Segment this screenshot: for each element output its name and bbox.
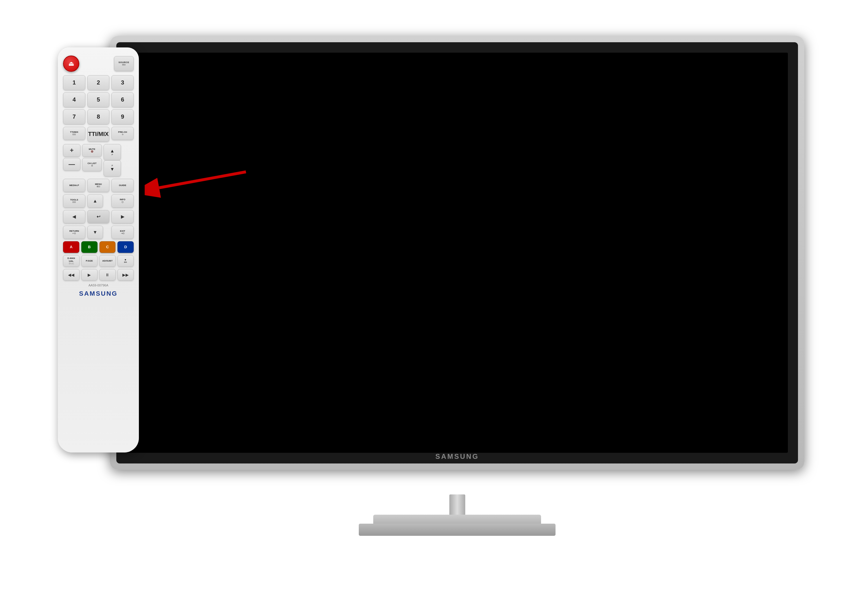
- pre-ch-button[interactable]: PRE-CH ⊙: [111, 127, 134, 140]
- pause-icon: ⏸: [105, 272, 109, 277]
- adsubt-button[interactable]: AD/SUBT: [99, 255, 116, 267]
- left-arrow-icon: [72, 214, 76, 220]
- nav-enter-button[interactable]: ↩: [87, 210, 110, 223]
- tti-mix-button[interactable]: TTI/MIX ⊡⊡: [63, 127, 85, 140]
- nav-down-button[interactable]: [87, 226, 103, 239]
- stand-pole: [449, 495, 465, 515]
- source-label: SOURCE: [118, 61, 129, 64]
- prech-label: PRE-CH: [118, 131, 127, 134]
- adsubt-label: AD/SUBT: [102, 260, 112, 262]
- ch-down-button[interactable]: P: [103, 160, 121, 176]
- guide-label: GUIDE: [119, 184, 126, 187]
- volume-column: + —: [63, 144, 81, 171]
- return-icon: ↩⊡: [72, 232, 76, 235]
- chlist-label: CH LIST: [87, 162, 96, 165]
- ch-up-icon: [110, 148, 115, 154]
- stop-sub: ▶▶: [124, 261, 127, 263]
- tv-frame: SAMSUNG: [110, 36, 804, 470]
- menu-label: MENU: [95, 183, 102, 186]
- tv-screen: [127, 53, 787, 453]
- guide-button[interactable]: GUIDE: [111, 179, 134, 192]
- mute-button[interactable]: MUTE 🔇: [82, 144, 102, 157]
- play-button[interactable]: ▶: [81, 269, 98, 281]
- tti-label: TTI/MIX: [70, 131, 78, 134]
- nav-up-button[interactable]: [87, 194, 103, 208]
- remote-control: ⏏ SOURCE ⊟⊡ 1 2 3 4 5 6 7 8 9 TTI/MIX ⊡⊡: [58, 48, 139, 453]
- menu-icon: ⊞⊡: [97, 185, 100, 188]
- channel-column: P P: [103, 144, 121, 176]
- return-down-exit-row: RETURN ↩⊡ EXIT ⇥⊡: [63, 226, 134, 239]
- tools-label: TOOLS: [70, 199, 78, 201]
- color-d-label: D: [124, 245, 127, 249]
- exit-icon: ⇥⊡: [121, 232, 124, 235]
- ch-list-button[interactable]: CH LIST ☰: [82, 158, 102, 171]
- scene: SAMSUNG ⏏ SOURCE ⊟⊡ 1: [29, 24, 839, 574]
- tv-bezel: SAMSUNG: [116, 42, 798, 463]
- vol-down-button[interactable]: —: [63, 158, 81, 171]
- media-p-button[interactable]: MEDIA.P: [63, 179, 85, 192]
- menu-button[interactable]: MENU ⊞⊡: [87, 179, 110, 192]
- rewind-icon: ◀◀: [68, 272, 74, 277]
- num-5-button[interactable]: 5: [87, 92, 110, 107]
- num-4-button[interactable]: 4: [63, 92, 85, 107]
- color-a-button[interactable]: A: [63, 241, 79, 253]
- nav-left-button[interactable]: [63, 210, 85, 223]
- num-3-button[interactable]: 3: [111, 75, 134, 90]
- info-button[interactable]: INFO ⓘ: [111, 194, 134, 208]
- return-label: RETURN: [69, 230, 79, 233]
- stop-button[interactable]: ■ ▶▶: [118, 255, 134, 267]
- vol-minus-icon: —: [69, 161, 75, 168]
- num-1-button[interactable]: 1: [63, 75, 85, 90]
- tv-brand-logo: SAMSUNG: [435, 453, 479, 460]
- num-7-button[interactable]: 7: [63, 109, 85, 124]
- remote-brand-label: SAMSUNG: [79, 290, 118, 298]
- pause-button[interactable]: ⏸: [99, 269, 116, 281]
- num-2-button[interactable]: 2: [87, 75, 110, 90]
- mute-icon: 🔇: [91, 151, 93, 153]
- power-button[interactable]: ⏏: [63, 55, 79, 72]
- p-up-label: P: [112, 154, 113, 155]
- power-icon: ⏏: [68, 60, 74, 67]
- num-0-button[interactable]: TTI/MIX: [87, 127, 110, 142]
- source-button[interactable]: SOURCE ⊟⊡: [114, 56, 134, 71]
- remote-model-number: AA59-00796A: [88, 284, 109, 287]
- special-row: TTI/MIX ⊡⊡ TTI/MIX PRE-CH ⊙: [63, 127, 134, 142]
- tti-icon: ⊡⊡: [72, 133, 76, 136]
- transport-row: ◀◀ ▶ ⏸ ▶▶: [63, 269, 134, 281]
- mute-label: MUTE: [89, 148, 96, 151]
- nav-right-button[interactable]: [111, 210, 134, 223]
- number-grid: 1 2 3 4 5 6 7 8 9: [63, 75, 134, 124]
- chlist-icon: ☰: [91, 164, 93, 167]
- enter-icon: ↩: [97, 214, 100, 219]
- exit-button[interactable]: EXIT ⇥⊡: [111, 226, 134, 239]
- info-label: INFO: [120, 198, 125, 201]
- exit-label: EXIT: [120, 230, 125, 233]
- emanual-button[interactable]: E-MANUAL ⊡◁◁: [63, 255, 79, 267]
- color-buttons-row: A B C D: [63, 241, 134, 253]
- color-d-button[interactable]: D: [118, 241, 134, 253]
- emanual-label: E-MANUAL: [67, 257, 75, 262]
- nav-middle-row: ↩: [63, 210, 134, 223]
- source-icon: ⊟⊡: [122, 64, 126, 66]
- info-icon: ⓘ: [121, 201, 124, 204]
- ch-up-button[interactable]: P: [103, 144, 121, 160]
- stop-icon: ■: [125, 259, 126, 261]
- num-8-button[interactable]: 8: [87, 109, 110, 124]
- psize-label: P.SIZE: [86, 260, 93, 262]
- top-row: ⏏ SOURCE ⊟⊡: [63, 55, 134, 72]
- color-b-label: B: [88, 245, 91, 249]
- up-arrow-icon: [93, 198, 97, 204]
- num-6-button[interactable]: 6: [111, 92, 134, 107]
- media-top-row: E-MANUAL ⊡◁◁ P.SIZE AD/SUBT ■ ▶▶: [63, 255, 134, 267]
- color-b-button[interactable]: B: [81, 241, 97, 253]
- prech-icon: ⊙: [122, 133, 124, 136]
- num-9-button[interactable]: 9: [111, 109, 134, 124]
- play-icon: ▶: [88, 272, 91, 277]
- psize-button[interactable]: P.SIZE: [81, 255, 98, 267]
- vol-up-button[interactable]: +: [63, 144, 81, 157]
- color-c-button[interactable]: C: [100, 241, 116, 253]
- rewind-button[interactable]: ◀◀: [63, 269, 79, 281]
- return-button[interactable]: RETURN ↩⊡: [63, 226, 85, 239]
- tools-button[interactable]: TOOLS ⊡⊡: [63, 194, 85, 208]
- ff-button[interactable]: ▶▶: [118, 269, 134, 281]
